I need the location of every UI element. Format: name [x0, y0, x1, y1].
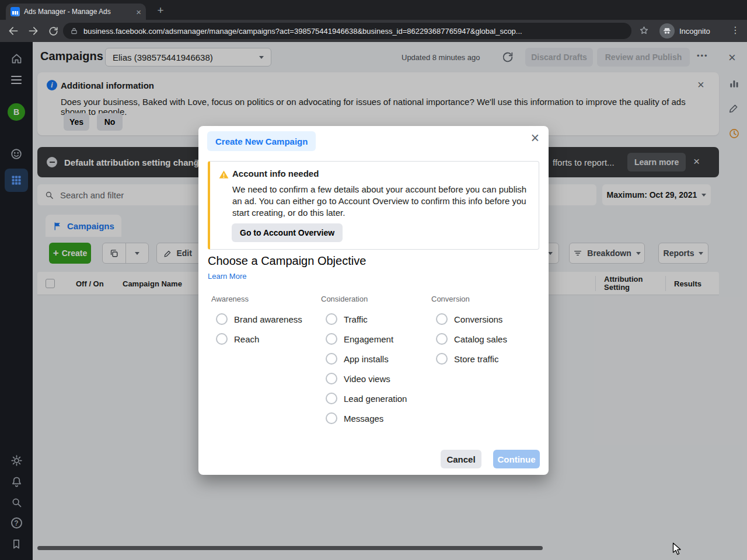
reload-icon[interactable] [43, 22, 63, 40]
browser-tabstrip: Ads Manager - Manage Ads × + [0, 0, 747, 20]
account-info-warning: Account info needed We need to confirm a… [208, 161, 539, 250]
incognito-label: Incognito [679, 27, 710, 36]
objective-option-conversions[interactable]: Conversions [431, 309, 507, 329]
objective-option-lead-generation[interactable]: Lead generation [321, 388, 407, 408]
modal-title: Create New Campaign [207, 131, 316, 151]
group-label-conversion: Conversion [431, 295, 507, 303]
option-label: Messages [344, 414, 383, 424]
objective-option-messages[interactable]: Messages [321, 408, 407, 428]
forward-icon[interactable] [23, 22, 43, 40]
option-label: Catalog sales [454, 334, 507, 344]
radio-conversions[interactable] [436, 313, 448, 325]
objective-heading: Choose a Campaign Objective [208, 254, 366, 268]
radio-catalog-sales[interactable] [436, 333, 448, 345]
option-label: App installs [344, 354, 389, 364]
tab-close-icon[interactable]: × [136, 8, 141, 16]
create-campaign-modal: Create New Campaign × Account info neede… [198, 126, 549, 475]
radio-store-traffic[interactable] [436, 353, 448, 365]
objective-option-app-installs[interactable]: App installs [321, 349, 407, 369]
bookmark-star-icon[interactable] [638, 25, 650, 36]
group-label-awareness: Awareness [211, 295, 302, 303]
cancel-button[interactable]: Cancel [441, 450, 481, 468]
radio-lead-generation[interactable] [326, 393, 337, 404]
continue-button[interactable]: Continue [493, 450, 540, 468]
objective-option-catalog-sales[interactable]: Catalog sales [431, 329, 507, 349]
browser-tab[interactable]: Ads Manager - Manage Ads × [6, 4, 146, 20]
objective-option-engagement[interactable]: Engagement [321, 329, 407, 349]
radio-messages[interactable] [326, 412, 337, 424]
tab-title: Ads Manager - Manage Ads [24, 8, 132, 16]
warning-body: We need to confirm a few details about y… [232, 184, 532, 219]
option-label: Reach [234, 334, 259, 344]
objective-group-consideration: Consideration Traffic Engagement App ins… [321, 295, 407, 428]
group-label-consideration: Consideration [321, 295, 407, 303]
radio-video-views[interactable] [326, 373, 337, 384]
option-label: Store traffic [454, 354, 498, 364]
browser-menu-icon[interactable]: ⋮ [731, 24, 741, 36]
radio-engagement[interactable] [326, 333, 337, 345]
objective-group-conversion: Conversion Conversions Catalog sales Sto… [431, 295, 507, 369]
warning-icon [218, 169, 229, 180]
ads-manager-favicon [11, 7, 20, 16]
modal-close-icon[interactable]: × [530, 131, 539, 145]
warning-title: Account info needed [232, 169, 319, 178]
radio-reach[interactable] [216, 333, 228, 345]
new-tab-button[interactable]: + [153, 3, 168, 18]
back-icon[interactable] [4, 22, 23, 40]
option-label: Traffic [344, 314, 368, 324]
option-label: Conversions [454, 314, 502, 324]
option-label: Lead generation [344, 394, 407, 404]
option-label: Brand awareness [234, 314, 302, 324]
objective-option-brand-awareness[interactable]: Brand awareness [211, 309, 302, 329]
url-bar[interactable]: business.facebook.com/adsmanager/manage/… [63, 23, 631, 39]
objective-option-store-traffic[interactable]: Store traffic [431, 349, 507, 369]
option-label: Engagement [344, 334, 393, 344]
radio-app-installs[interactable] [326, 353, 337, 365]
incognito-indicator: Incognito [659, 23, 710, 38]
objective-option-reach[interactable]: Reach [211, 329, 302, 349]
mouse-cursor [672, 542, 684, 555]
radio-brand-awareness[interactable] [216, 313, 228, 325]
learn-more-link[interactable]: Learn More [208, 272, 246, 281]
radio-traffic[interactable] [326, 313, 337, 325]
option-label: Video views [344, 374, 390, 384]
objective-group-awareness: Awareness Brand awareness Reach [211, 295, 302, 349]
url-text: business.facebook.com/adsmanager/manage/… [83, 27, 522, 36]
browser-toolbar: business.facebook.com/adsmanager/manage/… [0, 20, 747, 42]
objective-option-traffic[interactable]: Traffic [321, 309, 407, 329]
incognito-icon [659, 23, 675, 38]
objective-option-video-views[interactable]: Video views [321, 369, 407, 388]
go-to-account-overview-button[interactable]: Go to Account Overview [232, 223, 343, 242]
lock-icon [70, 27, 78, 35]
